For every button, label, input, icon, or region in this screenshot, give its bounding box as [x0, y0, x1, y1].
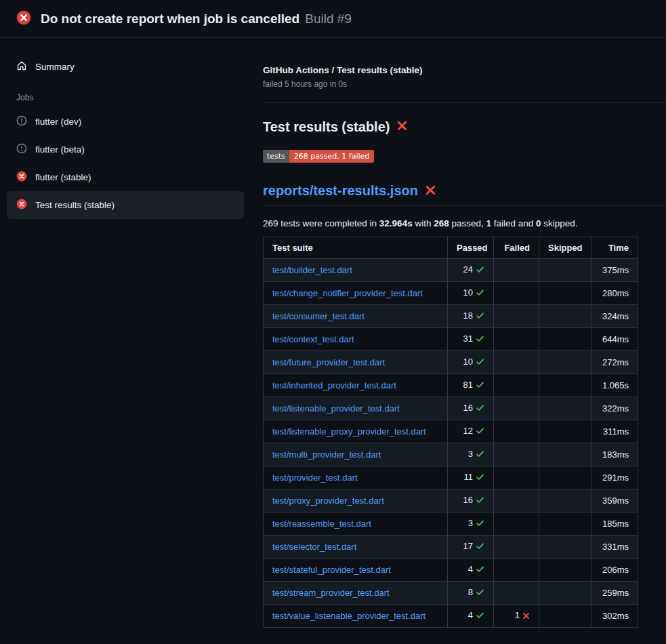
sidebar-item-flutter-stable[interactable]: flutter (stable): [7, 163, 244, 191]
passed-count: 16: [463, 403, 473, 413]
check-icon: [476, 265, 484, 276]
passed-count: 4: [468, 610, 473, 620]
neutral-status-icon: [16, 143, 27, 156]
col-header-skipped: Skipped: [539, 237, 591, 259]
tests-status-badge: tests 268 passed, 1 failed: [263, 150, 374, 163]
check-icon: [476, 542, 484, 552]
table-row: test/provider_test.dart 11 291ms: [264, 466, 638, 489]
time-value: 644ms: [602, 334, 629, 344]
time-value: 291ms: [602, 472, 629, 483]
failed-x-icon: [396, 119, 408, 135]
table-row: test/listenable_provider_test.dart 16 32…: [264, 397, 638, 420]
time-value: 259ms: [602, 588, 629, 598]
passed-count: 17: [463, 541, 473, 551]
test-suite-link[interactable]: test/consumer_test.dart: [272, 311, 365, 321]
results-summary: 269 tests were completed in 32.964s with…: [263, 218, 666, 228]
run-header: Do not create report when job is cancell…: [0, 0, 666, 38]
sidebar-job-label: flutter (stable): [35, 172, 91, 182]
check-icon: [476, 311, 484, 322]
badge-value: 268 passed, 1 failed: [289, 150, 374, 163]
test-suite-link[interactable]: test/provider_test.dart: [272, 472, 358, 483]
test-suite-link[interactable]: test/value_listenable_provider_test.dart: [272, 611, 425, 621]
check-icon: [476, 288, 484, 299]
sidebar-item-summary[interactable]: Summary: [7, 53, 244, 81]
passed-count: 10: [463, 287, 473, 298]
main-content: GitHub Actions / Test results (stable) f…: [252, 38, 666, 644]
col-header-test-suite: Test suite: [264, 237, 448, 259]
table-row: test/context_test.dart 31 644ms: [264, 328, 638, 351]
table-row: test/inherited_provider_test.dart 81 1.0…: [264, 374, 638, 397]
report-file-link[interactable]: reports/test-results.json: [263, 183, 418, 199]
sidebar-item-flutter-dev[interactable]: flutter (dev): [7, 108, 244, 136]
test-suite-link[interactable]: test/builder_test.dart: [272, 265, 352, 275]
table-row: test/builder_test.dart 24 375ms: [264, 259, 638, 282]
run-meta: failed 5 hours ago in 0s: [263, 79, 666, 89]
table-row: test/listenable_proxy_provider_test.dart…: [264, 420, 638, 443]
table-row: test/stateful_provider_test.dart 4 206ms: [264, 559, 638, 582]
test-suite-link[interactable]: test/selector_test.dart: [272, 542, 356, 552]
time-value: 183ms: [602, 449, 629, 460]
sidebar-summary-label: Summary: [35, 62, 75, 72]
failed-x-icon: [425, 184, 436, 198]
summary-failed-count: 1: [486, 218, 492, 228]
breadcrumb: GitHub Actions / Test results (stable): [263, 65, 666, 75]
time-value: 206ms: [602, 565, 629, 575]
test-suite-link[interactable]: test/stateful_provider_test.dart: [272, 565, 391, 575]
test-suite-link[interactable]: test/inherited_provider_test.dart: [272, 380, 396, 390]
time-value: 375ms: [602, 265, 629, 275]
sidebar: Summary Jobs flutter (dev) flut: [0, 38, 252, 219]
passed-count: 12: [463, 426, 473, 436]
summary-text: passed,: [449, 218, 486, 228]
check-icon: [476, 357, 484, 368]
home-icon: [16, 60, 27, 73]
run-failed-icon: [16, 10, 31, 27]
sidebar-item-test-results-stable[interactable]: Test results (stable): [7, 191, 244, 219]
test-suite-link[interactable]: test/multi_provider_test.dart: [272, 449, 381, 460]
jobs-heading: Jobs: [7, 81, 244, 108]
failed-status-icon: [16, 199, 27, 212]
table-row: test/stream_provider_test.dart 8 259ms: [264, 582, 638, 605]
test-suite-link[interactable]: test/proxy_provider_test.dart: [272, 496, 384, 506]
test-suite-link[interactable]: test/stream_provider_test.dart: [272, 588, 390, 598]
test-suite-link[interactable]: test/reassemble_test.dart: [272, 519, 371, 529]
passed-count: 10: [463, 357, 473, 367]
run-title: Do not create report when job is cancell…: [41, 12, 299, 26]
time-value: 359ms: [602, 496, 629, 506]
time-value: 322ms: [602, 403, 629, 414]
sidebar-item-flutter-beta[interactable]: flutter (beta): [7, 136, 244, 163]
test-suite-link[interactable]: test/future_provider_test.dart: [272, 357, 385, 367]
test-suite-link[interactable]: test/change_notifier_provider_test.dart: [272, 288, 423, 298]
col-header-time: Time: [591, 237, 638, 259]
time-value: 272ms: [602, 357, 629, 367]
time-value: 311ms: [603, 426, 629, 437]
table-row: test/change_notifier_provider_test.dart …: [264, 282, 638, 305]
test-suite-link[interactable]: test/context_test.dart: [272, 334, 354, 344]
table-row: test/future_provider_test.dart 10 272ms: [264, 351, 638, 374]
time-value: 280ms: [602, 288, 629, 298]
test-suite-link[interactable]: test/listenable_provider_test.dart: [272, 403, 400, 414]
check-icon: [476, 565, 484, 576]
check-icon: [476, 334, 484, 345]
check-icon: [476, 611, 484, 622]
check-icon: [476, 449, 484, 460]
passed-count: 8: [468, 587, 473, 597]
table-row: test/reassemble_test.dart 3 185ms: [264, 512, 638, 536]
table-row: test/multi_provider_test.dart 3 183ms: [264, 443, 638, 466]
table-header-row: Test suite Passed Failed Skipped Time: [264, 237, 638, 259]
test-suite-link[interactable]: test/listenable_proxy_provider_test.dart: [272, 426, 426, 437]
time-value: 324ms: [602, 311, 629, 321]
results-table-body: test/builder_test.dart 24 375ms test/cha…: [264, 259, 638, 628]
check-icon: [476, 588, 484, 599]
check-icon: [476, 472, 484, 483]
header-divider: [263, 102, 666, 103]
test-results-table: Test suite Passed Failed Skipped Time te…: [263, 237, 638, 628]
summary-duration: 32.964s: [379, 218, 413, 228]
summary-skipped-count: 0: [536, 218, 541, 228]
table-row: test/proxy_provider_test.dart 16 359ms: [264, 489, 638, 512]
badge-label: tests: [263, 150, 289, 163]
summary-text: with: [413, 218, 434, 228]
sidebar-job-label: Test results (stable): [35, 200, 115, 210]
check-icon: [476, 519, 484, 529]
col-header-failed: Failed: [494, 237, 539, 259]
col-header-passed: Passed: [448, 237, 494, 259]
